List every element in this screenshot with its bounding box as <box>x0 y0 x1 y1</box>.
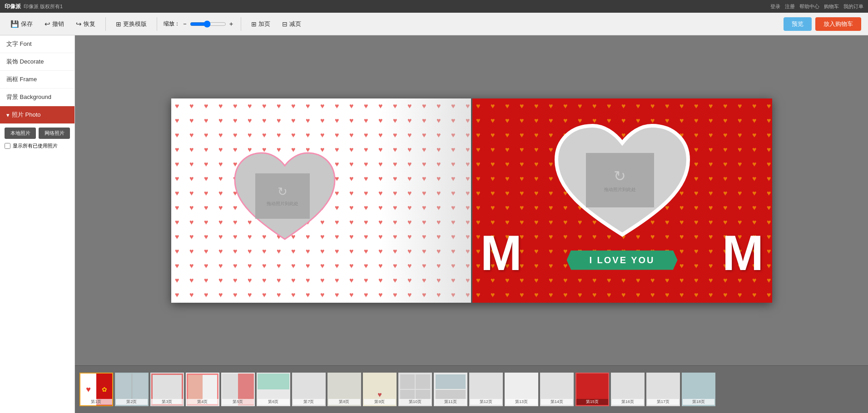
mom-letter-m-right: M <box>722 228 764 278</box>
toolbar-right: 预览 放入购物车 <box>784 17 861 31</box>
top-register[interactable]: 注册 <box>785 3 795 10</box>
top-cart[interactable]: 购物车 <box>824 3 839 10</box>
remove-page-icon: ⊟ <box>282 20 288 28</box>
thumbnail-17[interactable]: 第17页 <box>646 373 680 406</box>
sidebar-frame-label: 画框 Frame <box>6 75 37 84</box>
top-help[interactable]: 帮助中心 <box>799 3 819 10</box>
thumbnail-6[interactable]: 第6页 <box>257 373 290 406</box>
thumbnail-9[interactable]: ♥ 第9页 <box>363 373 397 406</box>
heart-frame-right[interactable]: ↻ 拖动照片到此处 <box>550 117 695 244</box>
thumb-1-flower-icon: ✿ <box>102 386 107 393</box>
undo-button[interactable]: ↩ 撤销 <box>41 18 68 30</box>
template-icon: ⊞ <box>116 20 121 28</box>
thumb-13-label: 第13页 <box>506 399 537 405</box>
thumbnail-11[interactable]: 第11页 <box>434 373 467 406</box>
top-bar-left: 印像派 印像派 版权所有1 <box>5 3 63 10</box>
save-button[interactable]: 💾 保存 <box>7 18 36 30</box>
gradient-overlay <box>380 98 471 303</box>
change-template-button[interactable]: ⊞ 更换模版 <box>112 18 150 30</box>
zoom-plus-icon: ＋ <box>228 20 234 28</box>
sidebar-item-decorate[interactable]: 装饰 Decorate <box>0 53 74 71</box>
top-bar-info: 印像派 版权所有1 <box>24 3 63 10</box>
top-orders[interactable]: 我的订单 <box>843 3 863 10</box>
thumb-15-inner <box>579 376 606 399</box>
thumbnail-7[interactable]: 第7页 <box>292 373 326 406</box>
show-used-photos-checkbox[interactable] <box>5 143 10 149</box>
thumbnail-14[interactable]: 第14页 <box>540 373 574 406</box>
canvas-area: ♥ <box>75 35 868 365</box>
thumbnail-1[interactable]: ♥ ✿ 第1页 <box>79 373 113 406</box>
sidebar-item-frame[interactable]: 画框 Frame <box>0 71 74 88</box>
thumb-1-label: 第1页 <box>80 399 112 405</box>
toolbar-separator-3 <box>241 17 241 31</box>
thumb-10-a <box>400 374 415 389</box>
thumb-12-label: 第12页 <box>470 399 502 405</box>
thumb-10-label: 第10页 <box>399 399 431 405</box>
thumb-11-top <box>436 374 466 389</box>
remove-page-button[interactable]: ⊟ 减页 <box>278 18 305 30</box>
thumbnail-3[interactable]: 第3页 <box>150 373 184 406</box>
zoom-label: 缩放： <box>164 20 180 28</box>
photo-checkbox-row: 显示所有已使用照片 <box>5 143 70 149</box>
sidebar-item-background[interactable]: 背景 Background <box>0 88 74 106</box>
main-layout: 文字 Font 装饰 Decorate 画框 Frame 背景 Backgrou… <box>0 35 868 413</box>
add-page-icon: ⊞ <box>251 20 257 28</box>
sidebar-item-text[interactable]: 文字 Font <box>0 35 74 53</box>
thumb-5-label: 第5页 <box>222 399 254 405</box>
heart-frame-left[interactable]: ↻ 拖动照片到此处 <box>230 144 339 253</box>
zoom-slider[interactable] <box>190 20 226 28</box>
thumb-8-label: 第8页 <box>328 399 360 405</box>
thumb-16-label: 第16页 <box>612 399 644 405</box>
left-photo-drop-zone[interactable]: ↻ 拖动照片到此处 <box>255 173 310 219</box>
local-photo-button[interactable]: 本地照片 <box>5 128 36 139</box>
thumb-18-label: 第18页 <box>683 399 714 405</box>
toolbar-separator-1 <box>105 17 106 31</box>
thumb-3-label: 第3页 <box>151 399 183 405</box>
add-to-cart-button[interactable]: 放入购物车 <box>815 17 861 31</box>
right-photo-drop-zone[interactable]: ↻ 拖动照片到此处 <box>586 153 654 207</box>
sidebar-caret-icon: ▾ <box>6 112 10 118</box>
sidebar-background-label: 背景 Background <box>6 93 51 101</box>
thumb-11-label: 第11页 <box>435 399 466 405</box>
thumbnail-strip: ♥ ✿ 第1页 第2页 第3页 <box>75 365 868 413</box>
sidebar-item-photo[interactable]: ▾ 照片 Photo <box>0 106 74 124</box>
app-logo: 印像派 <box>5 3 21 10</box>
thumbnail-2[interactable]: 第2页 <box>115 373 149 406</box>
zoom-minus-icon: － <box>182 20 188 28</box>
thumbnail-16[interactable]: 第16页 <box>611 373 645 406</box>
thumb-9-icon: ♥ <box>377 391 382 399</box>
top-bar: 印像派 印像派 版权所有1 登录 注册 帮助中心 购物车 我的订单 <box>0 0 868 13</box>
thumb-9-label: 第9页 <box>364 399 396 405</box>
add-page-button[interactable]: ⊞ 加页 <box>248 18 274 30</box>
sidebar-text-label: 文字 Font <box>6 40 32 48</box>
mom-letter-m-left: M <box>481 228 522 278</box>
redo-button[interactable]: ↪ 恢复 <box>72 18 99 30</box>
thumbnail-8[interactable]: 第8页 <box>327 373 361 406</box>
top-login[interactable]: 登录 <box>770 3 780 10</box>
thumb-10-b <box>416 374 430 389</box>
thumb-14-label: 第14页 <box>541 399 573 405</box>
preview-button[interactable]: 预览 <box>784 17 812 31</box>
undo-icon: ↩ <box>45 20 50 28</box>
thumbnail-13[interactable]: 第13页 <box>505 373 538 406</box>
network-photo-button[interactable]: 网络照片 <box>39 128 70 139</box>
thumbnail-18[interactable]: 第18页 <box>682 373 715 406</box>
thumbnail-4[interactable]: 第4页 <box>186 373 219 406</box>
thumbnail-5[interactable]: 第5页 <box>221 373 255 406</box>
right-drop-text: 拖动照片到此处 <box>604 187 636 193</box>
thumbnail-12[interactable]: 第12页 <box>469 373 503 406</box>
thumbnail-10[interactable]: 第10页 <box>398 373 432 406</box>
page-right: ♥ M M <box>472 98 772 303</box>
sidebar: 文字 Font 装饰 Decorate 画框 Frame 背景 Backgrou… <box>0 35 75 413</box>
thumb-6-top <box>258 374 289 389</box>
thumb-2-label: 第2页 <box>116 399 148 405</box>
sidebar-decorate-label: 装饰 Decorate <box>6 58 44 66</box>
thumb-1-heart-icon: ♥ <box>86 385 91 394</box>
sidebar-photo-label: 照片 Photo <box>12 111 41 119</box>
thumb-7-label: 第7页 <box>293 399 325 405</box>
photo-icon-right: ↻ <box>614 167 626 185</box>
top-bar-right: 登录 注册 帮助中心 购物车 我的订单 <box>770 3 863 10</box>
thumbnail-15[interactable]: 第15页 <box>575 373 609 406</box>
thumb-17-label: 第17页 <box>647 399 679 405</box>
zoom-area: 缩放： － ＋ <box>164 20 234 28</box>
